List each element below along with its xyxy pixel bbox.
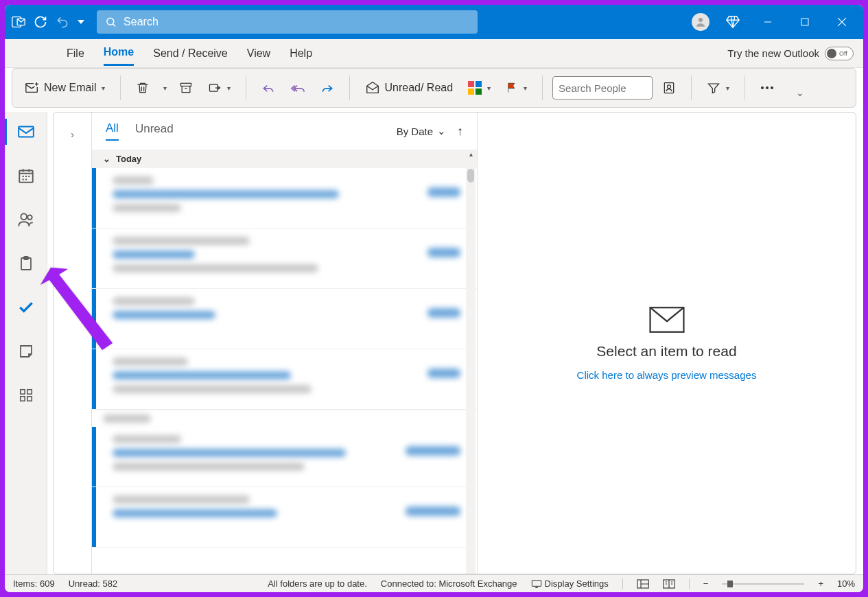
mail-list-pane: All Unread By Date ⌄ ↑ ⌄ Today [92,113,478,574]
app-notes-icon[interactable] [16,341,36,362]
filter-button[interactable]: ▾ [701,75,735,101]
tab-unread[interactable]: Unread [135,122,174,140]
mail-item[interactable] [92,487,477,548]
flag-button[interactable]: ▾ [500,75,532,101]
categorize-button[interactable]: ▾ [462,75,496,101]
view-normal-button[interactable] [637,579,649,589]
try-new-label: Try the new Outlook [727,47,819,59]
categorize-icon [468,81,482,95]
delete-dropdown[interactable]: ▾ [159,75,169,101]
quick-access-dropdown-icon[interactable] [76,14,86,30]
archive-icon [179,81,193,95]
menu-file[interactable]: File [67,42,84,65]
status-unread-count: Unread: 582 [69,578,118,589]
mail-item[interactable] [92,289,477,349]
group-header[interactable] [92,410,477,427]
group-label: Today [116,154,141,164]
move-button[interactable]: ▾ [202,75,236,101]
svg-point-16 [766,86,769,89]
sort-label: By Date [397,126,433,137]
app-todo-icon[interactable] [16,297,36,318]
unread-read-label: Unread/ Read [384,82,453,94]
address-book-button[interactable] [657,75,681,101]
minimize-button[interactable] [752,5,784,39]
search-people-input[interactable] [552,76,653,100]
svg-rect-7 [181,83,191,86]
sort-direction-icon[interactable]: ↑ [457,124,463,139]
ribbon-collapse-button[interactable]: ⌄ [784,78,815,107]
zoom-slider[interactable] [722,583,804,585]
new-email-button[interactable]: New Email ▾ [19,75,110,101]
tab-all[interactable]: All [106,121,119,141]
menu-bar: File Home Send / Receive View Help Try t… [5,39,863,68]
maximize-button[interactable] [789,5,821,39]
menu-home[interactable]: Home [104,40,134,66]
ellipsis-icon [760,86,774,90]
mail-item[interactable] [92,229,477,289]
zoom-out-button[interactable]: − [703,578,709,589]
svg-rect-11 [468,89,474,95]
reply-button[interactable] [256,75,281,101]
address-book-icon [662,81,676,95]
app-mail-icon[interactable] [16,121,36,142]
move-icon [208,81,222,95]
status-bar: Items: 609 Unread: 582 All folders are u… [5,574,863,592]
svg-rect-13 [664,83,673,93]
sort-by-date[interactable]: By Date ⌄ ↑ [397,124,463,139]
reply-all-button[interactable] [285,75,311,101]
try-new-outlook: Try the new Outlook Off [727,47,854,60]
display-settings-button[interactable]: Display Settings [531,578,609,589]
archive-button[interactable] [174,75,198,101]
mail-item[interactable] [92,168,477,229]
preview-messages-link[interactable]: Click here to always preview messages [577,369,757,381]
diamond-icon[interactable] [725,14,741,30]
status-items-count: Items: 609 [13,578,55,589]
more-options-button[interactable] [755,75,779,101]
reply-icon [261,81,275,95]
app-tasks-icon[interactable] [16,253,36,274]
svg-point-21 [27,215,32,220]
group-header-today[interactable]: ⌄ Today [92,150,477,168]
svg-point-15 [761,86,764,89]
undo-icon[interactable] [54,14,71,30]
search-box[interactable] [97,10,478,34]
expand-folder-pane-button[interactable]: › [71,129,74,574]
try-new-toggle[interactable]: Off [825,47,854,60]
envelope-icon [648,306,686,333]
menu-help[interactable]: Help [290,42,312,65]
mail-item[interactable] [92,427,477,487]
chevron-down-icon: ⌄ [103,154,110,164]
sync-icon[interactable] [32,14,49,30]
app-calendar-icon[interactable] [16,165,36,186]
status-sync: All folders are up to date. [268,578,367,589]
svg-point-20 [21,213,27,220]
search-icon [105,16,117,28]
zoom-in-button[interactable]: + [818,578,823,589]
display-settings-label: Display Settings [545,578,609,589]
reading-pane: Select an item to read Click here to alw… [478,113,856,574]
mail-item[interactable] [92,349,477,410]
scroll-up-icon[interactable]: ▴ [466,150,476,158]
view-reading-button[interactable] [663,579,675,589]
app-more-icon[interactable] [16,385,36,406]
delete-button[interactable] [130,75,155,101]
outlook-logo-icon [10,14,27,30]
account-avatar[interactable] [692,13,709,31]
scrollbar[interactable]: ▴ [466,150,476,574]
forward-button[interactable] [315,75,340,101]
svg-rect-24 [20,390,24,394]
unread-read-button[interactable]: Unread/ Read [360,75,458,101]
menu-view[interactable]: View [247,42,270,65]
scroll-thumb[interactable] [467,169,474,183]
svg-rect-9 [468,81,474,87]
menu-send-receive[interactable]: Send / Receive [153,42,228,65]
reading-pane-title: Select an item to read [596,343,736,360]
folder-pane-collapsed: › [54,113,92,574]
ribbon: New Email ▾ ▾ ▾ Unread/ Read ▾ ▾ ▾ ⌄ [12,68,856,108]
search-input[interactable] [124,16,469,28]
app-people-icon[interactable] [16,209,36,230]
close-button[interactable] [826,5,858,39]
svg-point-2 [107,18,114,25]
flag-icon [506,82,518,94]
svg-rect-27 [27,397,31,401]
